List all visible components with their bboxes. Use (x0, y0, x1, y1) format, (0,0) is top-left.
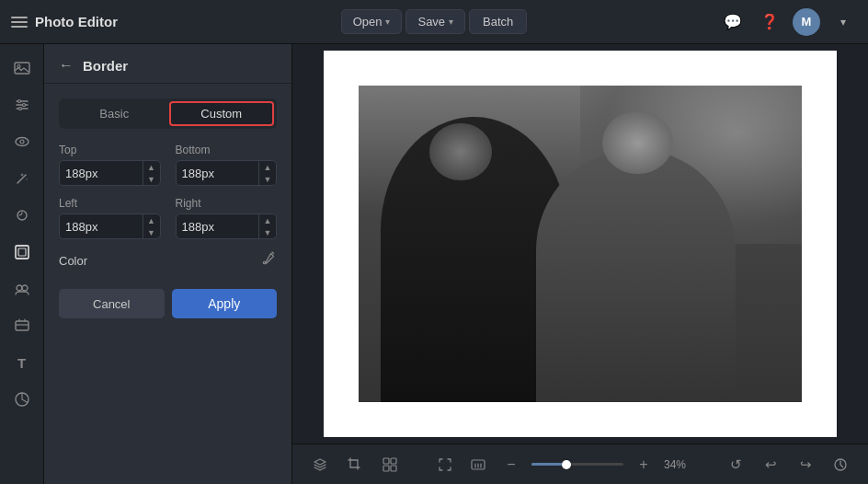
canvas-area: − + 34% ↺ ↩ ↪ (292, 44, 868, 484)
border-panel: ← Border Basic Custom Top ▲ ▼ (44, 44, 292, 484)
zoom-out-icon[interactable]: − (498, 452, 524, 478)
header: Photo Editor Open ▾ Save ▾ Batch 💬 ❓ M ▾ (0, 0, 868, 44)
menu-icon[interactable] (11, 17, 28, 28)
bottom-center-zoom: − + 34% (403, 452, 723, 478)
svg-point-2 (17, 100, 20, 103)
sidebar-icon-adjustments[interactable] (6, 88, 39, 121)
sidebar-icon-magic[interactable] (6, 162, 39, 195)
chevron-down-icon[interactable]: ▾ (829, 8, 857, 36)
eyedropper-icon[interactable] (260, 250, 277, 271)
save-button[interactable]: Save ▾ (405, 9, 465, 34)
right-down-btn[interactable]: ▼ (259, 226, 276, 238)
right-input-group: Right ▲ ▼ (176, 197, 278, 239)
svg-point-6 (20, 140, 24, 144)
left-down-btn[interactable]: ▼ (143, 226, 160, 238)
right-input-spinner: ▲ ▼ (176, 213, 278, 239)
layers-icon[interactable] (307, 452, 333, 478)
sidebar-icon-text[interactable]: T (6, 346, 39, 379)
panel-body: Basic Custom Top ▲ ▼ Bottom (44, 84, 291, 484)
header-left: Photo Editor (11, 14, 341, 29)
svg-rect-0 (15, 63, 29, 74)
right-label: Right (176, 197, 278, 210)
top-input[interactable] (60, 162, 143, 185)
left-spinner: ▲ ▼ (143, 214, 160, 238)
bottom-input[interactable] (177, 162, 259, 185)
bottom-right-actions: ↺ ↩ ↪ (723, 452, 853, 478)
save-chevron-icon: ▾ (449, 17, 453, 27)
svg-rect-18 (391, 466, 396, 471)
sidebar-icon-photo[interactable] (6, 309, 39, 342)
canvas-content[interactable] (292, 44, 868, 444)
left-input-group: Left ▲ ▼ (59, 197, 161, 239)
right-up-btn[interactable]: ▲ (259, 214, 276, 226)
open-chevron-icon: ▾ (385, 17, 390, 27)
zoom-in-icon[interactable]: + (631, 452, 657, 478)
redo-icon[interactable]: ↪ (793, 452, 818, 478)
batch-label: Batch (483, 15, 513, 29)
left-right-row: Left ▲ ▼ Right ▲ ▼ (59, 197, 277, 239)
svg-point-10 (17, 285, 22, 291)
back-button[interactable]: ← (59, 57, 74, 74)
left-label: Left (59, 197, 161, 210)
bottom-down-btn[interactable]: ▼ (259, 173, 276, 185)
sidebar-icon-border[interactable] (6, 236, 39, 269)
zoom-value: 34% (664, 458, 693, 471)
apply-button[interactable]: Apply (172, 289, 278, 318)
svg-point-1 (17, 65, 20, 68)
main: T ← Border Basic Custom Top (0, 44, 868, 484)
svg-point-5 (16, 138, 29, 146)
top-down-btn[interactable]: ▼ (143, 173, 160, 185)
sidebar-icon-effects[interactable] (6, 199, 39, 232)
sidebar: T (0, 44, 44, 484)
color-swatch-area (260, 250, 277, 271)
header-center: Open ▾ Save ▾ Batch (341, 9, 528, 34)
bottom-toolbar: − + 34% ↺ ↩ ↪ (292, 444, 868, 484)
zoom-thumb[interactable] (562, 460, 571, 469)
undo-icon[interactable]: ↩ (758, 452, 783, 478)
bottom-up-btn[interactable]: ▲ (259, 161, 276, 173)
cancel-button[interactable]: Cancel (59, 289, 165, 318)
history-icon[interactable] (828, 452, 853, 478)
right-spinner: ▲ ▼ (258, 214, 276, 238)
sidebar-icon-group[interactable] (6, 272, 39, 305)
custom-toggle[interactable]: Custom (169, 101, 275, 126)
left-up-btn[interactable]: ▲ (143, 214, 160, 226)
fit-screen-icon[interactable] (432, 452, 458, 478)
svg-rect-17 (383, 466, 389, 471)
chat-icon[interactable]: 💬 (719, 8, 747, 36)
photo-bw (359, 86, 802, 402)
help-icon[interactable]: ❓ (756, 8, 783, 36)
actual-size-icon[interactable] (465, 452, 491, 478)
action-buttons: Cancel Apply (59, 289, 277, 318)
panel-title: Border (83, 58, 128, 74)
panel-header: ← Border (44, 44, 291, 84)
svg-rect-8 (16, 246, 29, 259)
sidebar-icon-sticker[interactable] (6, 383, 39, 416)
crop-icon[interactable] (342, 452, 368, 478)
svg-point-4 (18, 108, 21, 110)
basic-toggle[interactable]: Basic (62, 101, 167, 126)
grid-icon[interactable] (377, 452, 403, 478)
zoom-slider[interactable] (531, 463, 623, 466)
svg-rect-12 (16, 321, 29, 330)
top-up-btn[interactable]: ▲ (143, 161, 160, 173)
bottom-label: Bottom (176, 144, 278, 156)
svg-rect-15 (383, 458, 389, 464)
header-right: 💬 ❓ M ▾ (527, 8, 857, 36)
right-input[interactable] (177, 215, 259, 238)
open-button[interactable]: Open ▾ (341, 9, 403, 34)
sidebar-icon-eye[interactable] (6, 125, 39, 158)
batch-button[interactable]: Batch (469, 9, 527, 34)
color-row: Color (59, 250, 277, 271)
left-input[interactable] (60, 215, 143, 238)
toggle-group: Basic Custom (59, 98, 277, 129)
zoom-track (531, 463, 563, 466)
save-label: Save (417, 15, 445, 29)
top-spinner: ▲ ▼ (143, 161, 160, 185)
avatar[interactable]: M (793, 8, 820, 36)
photo-container (324, 51, 837, 437)
svg-rect-16 (391, 458, 396, 464)
svg-point-14 (263, 261, 265, 263)
sidebar-icon-image[interactable] (6, 52, 39, 85)
rotate-icon[interactable]: ↺ (723, 452, 748, 478)
